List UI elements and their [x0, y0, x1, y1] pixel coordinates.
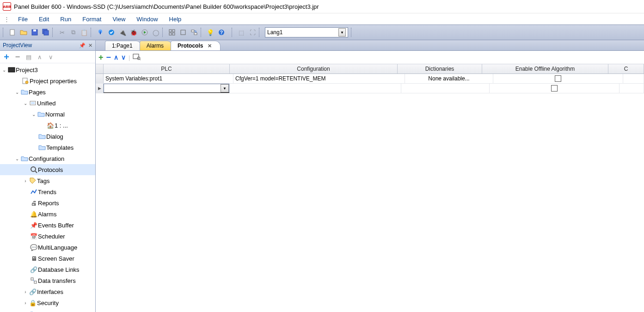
tree-page-1[interactable]: 🏠1 : ...: [0, 120, 95, 131]
col-last[interactable]: C: [608, 64, 644, 73]
stop-icon[interactable]: ◯: [151, 27, 161, 37]
zoom-fit-icon[interactable]: ⛶: [247, 27, 258, 37]
tree-tags[interactable]: ›Tags: [0, 175, 95, 186]
toolbar-sep-3: [162, 28, 166, 37]
col-dictionaries[interactable]: Dictionaries: [398, 64, 482, 73]
tree-dialog[interactable]: Dialog: [0, 131, 95, 142]
svg-rect-8: [169, 30, 172, 32]
grid-icon[interactable]: [167, 27, 177, 37]
idea-icon[interactable]: 💡: [205, 27, 215, 37]
tree-root[interactable]: ⌄Project3: [0, 64, 95, 75]
plc-combo[interactable]: ▼: [104, 84, 229, 93]
help-icon[interactable]: ?: [216, 27, 227, 37]
tree-pages[interactable]: ⌄Pages: [0, 86, 95, 98]
tree-recipe[interactable]: Recipe: [0, 308, 95, 312]
table-row-new[interactable]: ▶ ▼ ABB CoDeSys ETHABB CoDeSys SerialABB…: [96, 84, 644, 93]
svg-point-22: [31, 167, 36, 171]
move-down-icon[interactable]: ∨: [121, 54, 126, 61]
tree-scheduler[interactable]: 📅Scheduler: [0, 231, 95, 242]
connector-icon[interactable]: 🔌: [117, 27, 128, 37]
toolbar-sep-7: [351, 28, 354, 37]
cell-plc-combo[interactable]: ▼ ABB CoDeSys ETHABB CoDeSys SerialABB I…: [104, 84, 230, 93]
project-tree[interactable]: ⌄Project3 Project properties ⌄Pages ⌄Uni…: [0, 63, 95, 312]
tab-page1[interactable]: 1:Page1: [105, 41, 141, 50]
up-icon[interactable]: ∧: [35, 52, 44, 61]
menu-view[interactable]: View: [107, 15, 131, 24]
tab-alarms[interactable]: Alarms: [140, 41, 172, 50]
col-configuration[interactable]: Configuration: [230, 64, 398, 73]
transfer-icon[interactable]: [189, 27, 199, 37]
cell-configuration[interactable]: CfgVer=1 model=RETENTIVE_MEM: [233, 74, 405, 83]
add-icon[interactable]: +: [2, 52, 11, 61]
down-icon[interactable]: ∨: [46, 52, 55, 61]
svg-point-19: [25, 81, 28, 84]
menu-run[interactable]: Run: [55, 15, 77, 24]
indent-icon[interactable]: ▤: [24, 52, 33, 61]
window-title: Panel Builder 600 - Windows-SSD (C:)\Use…: [14, 3, 319, 10]
menu-format[interactable]: Format: [77, 15, 107, 24]
svg-rect-4: [44, 31, 49, 35]
cell-enable-offline[interactable]: [493, 74, 623, 83]
paste-icon[interactable]: 📋: [79, 27, 89, 37]
language-combo[interactable]: Lang1 ▼: [265, 27, 348, 37]
copy-icon[interactable]: ⧉: [68, 27, 78, 37]
tree-templates[interactable]: Templates: [0, 142, 95, 153]
validate-icon[interactable]: [106, 27, 117, 37]
svg-line-23: [35, 171, 37, 173]
cell-plc[interactable]: System Variables:prot1: [104, 74, 233, 83]
bug-icon[interactable]: 🐞: [129, 27, 139, 37]
play-icon[interactable]: [140, 27, 150, 37]
tree-multilanguage[interactable]: 💬MultiLanguage: [0, 242, 95, 253]
remove-icon[interactable]: −: [13, 52, 22, 61]
menu-window[interactable]: Window: [131, 15, 163, 24]
snap-icon[interactable]: [178, 27, 188, 37]
menu-file[interactable]: File: [12, 15, 33, 24]
add-row-icon[interactable]: +: [98, 53, 104, 62]
tree-reports[interactable]: 🖨Reports: [0, 197, 95, 208]
pin-icon[interactable]: 📌: [79, 43, 86, 49]
menubar-grip: ⋮: [4, 16, 10, 23]
table-row[interactable]: System Variables:prot1 CfgVer=1 model=RE…: [96, 74, 644, 84]
remove-row-icon[interactable]: −: [106, 53, 111, 62]
col-plc[interactable]: PLC: [104, 64, 230, 73]
inspect-icon[interactable]: [133, 53, 141, 62]
plc-dropdown[interactable]: ABB CoDeSys ETHABB CoDeSys SerialABB IRC…: [104, 92, 229, 93]
tree-security[interactable]: ›🔒Security: [0, 297, 95, 308]
tree-alarms[interactable]: 🔔Alarms: [0, 208, 95, 220]
tree-normal[interactable]: ⌄Normal: [0, 109, 95, 120]
chevron-down-icon[interactable]: ▼: [221, 84, 229, 92]
tab-protocols[interactable]: Protocols✕: [171, 41, 221, 50]
tree-unified[interactable]: ⌄Unified: [0, 98, 95, 109]
app-icon: ABB: [3, 2, 11, 11]
cell-dictionaries[interactable]: None available...: [405, 74, 493, 83]
project-view-toolbar: + − ▤ ∧ ∨: [0, 51, 95, 63]
tab-close-icon[interactable]: ✕: [208, 43, 212, 49]
tree-configuration[interactable]: ⌄Configuration: [0, 153, 95, 164]
open-folder-icon[interactable]: [18, 27, 29, 37]
zoom-actual-icon[interactable]: ⬚: [236, 27, 246, 37]
tree-events-buffer[interactable]: 📌Events Buffer: [0, 220, 95, 231]
svg-rect-24: [31, 278, 33, 280]
tree-protocols[interactable]: Protocols: [0, 164, 95, 175]
svg-line-28: [140, 59, 141, 60]
tree-interfaces[interactable]: ›🔗Interfaces: [0, 286, 95, 297]
menu-help[interactable]: Help: [164, 15, 187, 24]
download-icon[interactable]: [95, 27, 105, 37]
tree-database-links[interactable]: 🔗Database Links: [0, 264, 95, 275]
language-value: Lang1: [267, 29, 282, 36]
col-enable-offline[interactable]: Enable Offline Algorithm: [482, 64, 608, 73]
tree-data-transfers[interactable]: Data transfers: [0, 275, 95, 286]
move-up-icon[interactable]: ∧: [114, 54, 118, 61]
tree-project-properties[interactable]: Project properties: [0, 75, 95, 86]
menu-edit[interactable]: Edit: [33, 15, 55, 24]
new-file-icon[interactable]: [7, 27, 18, 37]
protocols-grid-header: PLC Configuration Dictionaries Enable Of…: [96, 64, 644, 74]
checkbox-icon[interactable]: [555, 75, 561, 82]
tree-trends[interactable]: Trends: [0, 186, 95, 197]
save-icon[interactable]: [30, 27, 40, 37]
tree-screen-saver[interactable]: 🖥Screen Saver: [0, 253, 95, 264]
cut-icon[interactable]: ✂: [57, 27, 67, 37]
close-icon[interactable]: ✕: [88, 43, 92, 49]
checkbox-icon[interactable]: [551, 85, 558, 92]
save-all-icon[interactable]: [41, 27, 51, 37]
